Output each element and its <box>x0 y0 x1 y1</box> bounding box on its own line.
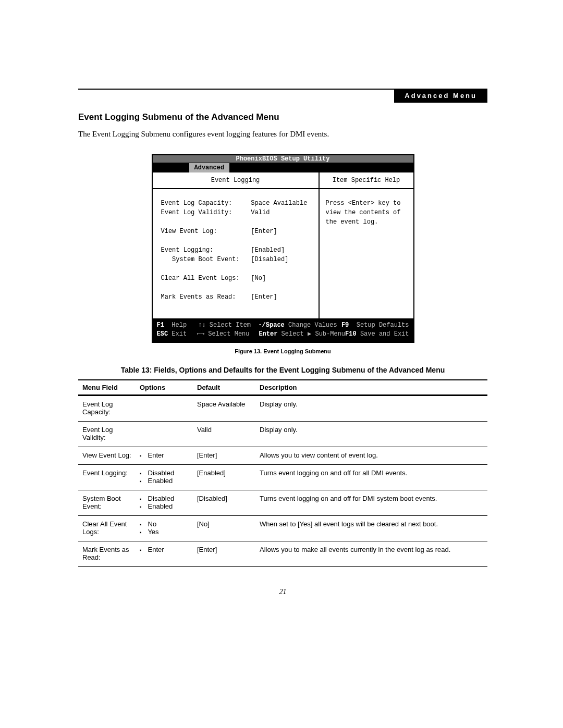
cell-options: Enter <box>136 541 193 566</box>
table-row: Event Log Validity:ValidDisplay only. <box>78 421 487 447</box>
cell-options <box>136 395 193 421</box>
cell-field: Event Log Validity: <box>78 421 136 447</box>
cell-description: Allows you to make all events currently … <box>255 541 487 566</box>
cell-options: Disabled Enabled <box>136 464 193 490</box>
bios-help-title: Item Specific Help <box>320 172 413 189</box>
cell-field: Mark Events as Read: <box>78 541 136 566</box>
table-row: Mark Events as Read: Enter[Enter]Allows … <box>78 541 487 566</box>
bios-menu-bar: Advanced <box>153 163 413 172</box>
bios-tab-advanced[interactable]: Advanced <box>189 163 230 172</box>
document-page: Advanced Menu Event Logging Submenu of t… <box>0 0 563 728</box>
table-title: Table 13: Fields, Options and Defaults f… <box>78 366 487 374</box>
cell-description: Display only. <box>255 395 487 421</box>
bios-help-text: Press <Enter> key to view the contents o… <box>320 189 413 231</box>
bios-screenshot: PhoenixBIOS Setup Utility Advanced Event… <box>152 154 414 343</box>
cell-description: Turns event logging on and off for DMI s… <box>255 490 487 515</box>
cell-field: Event Logging: <box>78 464 136 490</box>
cell-options: Enter <box>136 447 193 464</box>
cell-options: No Yes <box>136 515 193 541</box>
cell-default: [Disabled] <box>193 490 255 515</box>
bios-key-row-2: ESC Exit ←→ Select Menu Enter Select ▶ S… <box>157 330 409 339</box>
bios-submenu-title: Event Logging <box>153 172 319 189</box>
cell-description: Turns event logging on and off for all D… <box>255 464 487 490</box>
cell-field: View Event Log: <box>78 447 136 464</box>
cell-options: Disabled Enabled <box>136 490 193 515</box>
cell-options <box>136 421 193 447</box>
section-heading: Event Logging Submenu of the Advanced Me… <box>78 112 487 122</box>
header-tab: Advanced Menu <box>394 90 487 103</box>
cell-description: When set to [Yes] all event logs will be… <box>255 515 487 541</box>
lead-paragraph: The Event Logging Submenu configures eve… <box>78 130 487 139</box>
page-number: 21 <box>78 588 487 596</box>
cell-field: System Boot Event: <box>78 490 136 515</box>
cell-default: [Enter] <box>193 447 255 464</box>
table-row: Event Log Capacity:Space AvailableDispla… <box>78 395 487 421</box>
cell-default: Space Available <box>193 395 255 421</box>
bios-left-pane: Event Logging Event Log Capacity: Space … <box>153 172 320 318</box>
bios-key-row-1: F1 Help ↑↓ Select Item -/Space Change Va… <box>157 321 409 330</box>
table-row: System Boot Event: Disabled Enabled[Disa… <box>78 490 487 515</box>
figure-caption: Figure 13. Event Logging Submenu <box>78 348 487 354</box>
cell-description: Allows you to view content of event log. <box>255 447 487 464</box>
cell-default: [Enabled] <box>193 464 255 490</box>
table-row: Event Logging: Disabled Enabled[Enabled]… <box>78 464 487 490</box>
cell-field: Clear All Event Logs: <box>78 515 136 541</box>
cell-description: Display only. <box>255 421 487 447</box>
cell-default: [Enter] <box>193 541 255 566</box>
table-row: View Event Log: Enter[Enter]Allows you t… <box>78 447 487 464</box>
table-row: Clear All Event Logs: No Yes[No]When set… <box>78 515 487 541</box>
th-description: Description <box>255 380 487 396</box>
th-default: Default <box>193 380 255 396</box>
defaults-table: Menu Field Options Default Description E… <box>78 379 487 567</box>
cell-field: Event Log Capacity: <box>78 395 136 421</box>
th-options: Options <box>136 380 193 396</box>
bios-field-list: Event Log Capacity: Space Available Even… <box>153 189 319 306</box>
cell-default: Valid <box>193 421 255 447</box>
cell-default: [No] <box>193 515 255 541</box>
th-menu-field: Menu Field <box>78 380 136 396</box>
bios-key-hints: F1 Help ↑↓ Select Item -/Space Change Va… <box>153 319 413 342</box>
bios-help-pane: Item Specific Help Press <Enter> key to … <box>320 172 413 318</box>
table-header-row: Menu Field Options Default Description <box>78 380 487 396</box>
bios-title-bar: PhoenixBIOS Setup Utility <box>153 155 413 163</box>
